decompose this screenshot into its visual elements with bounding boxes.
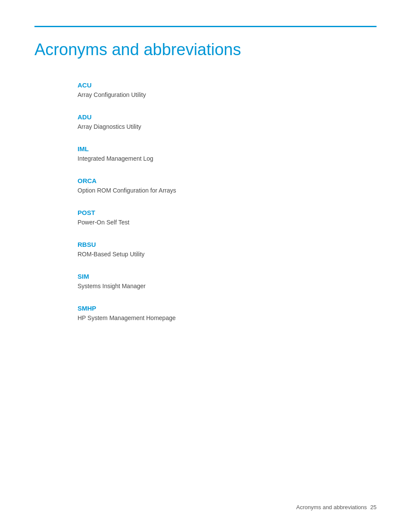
acronym-item: SMHPHP System Management Homepage [78,305,377,323]
acronym-definition: Array Diagnostics Utility [78,122,377,131]
acronym-definition: HP System Management Homepage [78,314,377,323]
acronym-item: ORCAOption ROM Configuration for Arrays [78,177,377,195]
page-title: Acronyms and abbreviations [34,40,377,60]
acronym-item: POSTPower-On Self Test [78,209,377,227]
acronym-item: SIMSystems Insight Manager [78,273,377,291]
acronym-term: IML [78,145,377,152]
acronym-term: SMHP [78,305,377,312]
top-rule [34,26,377,27]
acronym-item: RBSUROM-Based Setup Utility [78,241,377,259]
acronym-term: RBSU [78,241,377,248]
acronym-item: ADUArray Diagnostics Utility [78,113,377,131]
page-container: Acronyms and abbreviations ACUArray Conf… [0,0,411,532]
acronym-item: ACUArray Configuration Utility [78,81,377,100]
acronym-item: IMLIntegrated Management Log [78,145,377,163]
acronym-term: SIM [78,273,377,280]
page-footer: Acronyms and abbreviations 25 [296,504,377,510]
acronym-definition: Systems Insight Manager [78,282,377,291]
acronym-definition: Array Configuration Utility [78,90,377,100]
acronym-definition: Power-On Self Test [78,218,377,227]
footer-label: Acronyms and abbreviations [296,504,367,510]
acronym-term: ADU [78,113,377,121]
acronym-term: ACU [78,81,377,89]
acronym-definition: Option ROM Configuration for Arrays [78,186,377,195]
acronym-definition: ROM-Based Setup Utility [78,250,377,259]
acronym-term: POST [78,209,377,216]
footer-page-number: 25 [371,504,377,510]
acronym-term: ORCA [78,177,377,184]
acronym-definition: Integrated Management Log [78,154,377,163]
acronyms-list: ACUArray Configuration UtilityADUArray D… [34,81,377,323]
